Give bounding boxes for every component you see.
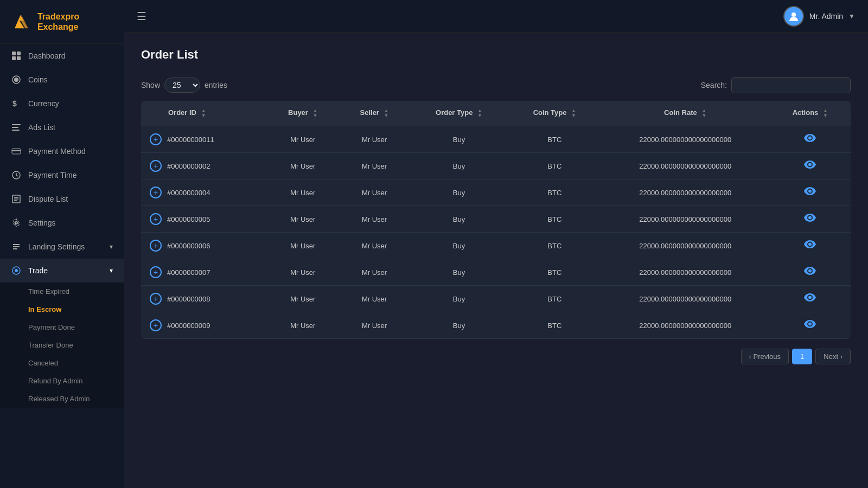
sub-item-payment-done[interactable]: Payment Done: [28, 318, 124, 336]
entries-label: entries: [205, 81, 227, 89]
seller-cell: Mr User: [339, 233, 410, 259]
seller-cell: Mr User: [339, 126, 410, 153]
table-row: + #0000000004 Mr User Mr User Buy BTC 22…: [141, 179, 851, 206]
page-1-button[interactable]: 1: [792, 349, 812, 364]
col-order-id[interactable]: Order ID ▲▼: [141, 101, 267, 126]
svg-rect-10: [12, 127, 18, 128]
sidebar-item-coins[interactable]: Coins: [0, 68, 124, 92]
col-order-type[interactable]: Order Type ▲▼: [410, 101, 508, 126]
table-row: + #0000000007 Mr User Mr User Buy BTC 22…: [141, 259, 851, 286]
expand-row-button[interactable]: +: [150, 240, 162, 252]
order-type-cell: Buy: [410, 206, 508, 233]
order-id-cell: #0000000005: [167, 215, 210, 223]
orders-table: Order ID ▲▼ Buyer ▲▼ Seller ▲▼ Order Typ…: [141, 101, 851, 339]
sub-item-released-by-admin[interactable]: Released By Admin: [28, 390, 124, 408]
order-type-cell: Buy: [410, 312, 508, 339]
sub-item-refund-by-admin[interactable]: Refund By Admin: [28, 372, 124, 390]
expand-row-button[interactable]: +: [150, 266, 162, 278]
expand-row-button[interactable]: +: [150, 293, 162, 305]
coin-type-cell: BTC: [508, 286, 601, 312]
sidebar-item-currency-label: Currency: [28, 99, 59, 108]
logo-text: Tradexpro Exchange: [37, 11, 113, 32]
expand-row-button[interactable]: +: [150, 187, 162, 198]
view-order-button[interactable]: [804, 293, 816, 304]
order-id-cell: #0000000002: [167, 162, 210, 170]
table-row: + #0000000008 Mr User Mr User Buy BTC 22…: [141, 286, 851, 312]
order-id-cell: #0000000006: [167, 242, 210, 250]
sidebar-item-landing-settings[interactable]: Landing Settings ▾: [0, 235, 124, 259]
view-order-button[interactable]: [804, 160, 816, 171]
table-row: + #0000000002 Mr User Mr User Buy BTC 22…: [141, 153, 851, 179]
buyer-cell: Mr User: [267, 286, 339, 312]
sidebar: Tradexpro Exchange Dashboard Coins $ Cur…: [0, 0, 124, 488]
sidebar-item-payment-time[interactable]: Payment Time: [0, 163, 124, 187]
col-actions[interactable]: Actions ▲▼: [769, 101, 851, 126]
buyer-cell: Mr User: [267, 259, 339, 286]
dashboard-icon: [11, 50, 22, 61]
expand-row-button[interactable]: +: [150, 133, 162, 145]
sidebar-item-dashboard[interactable]: Dashboard: [0, 44, 124, 68]
coin-rate-cell: 22000.000000000000000000: [601, 153, 769, 179]
expand-row-button[interactable]: +: [150, 160, 162, 172]
svg-point-22: [15, 269, 18, 272]
view-order-button[interactable]: [804, 320, 816, 331]
coin-type-cell: BTC: [508, 126, 601, 153]
hamburger-menu-button[interactable]: ☰: [137, 10, 146, 23]
sub-item-time-expired[interactable]: Time Expired: [28, 282, 124, 300]
col-coin-type[interactable]: Coin Type ▲▼: [508, 101, 601, 126]
sidebar-item-payment-method[interactable]: Payment Method: [0, 139, 124, 163]
table-row: + #0000000009 Mr User Mr User Buy BTC 22…: [141, 312, 851, 339]
col-coin-rate[interactable]: Coin Rate ▲▼: [601, 101, 769, 126]
user-dropdown-arrow-icon: ▼: [848, 12, 855, 20]
sidebar-item-currency[interactable]: $ Currency: [0, 92, 124, 115]
previous-page-button[interactable]: ‹ Previous: [741, 349, 789, 364]
svg-rect-13: [12, 150, 21, 151]
user-area[interactable]: Mr. Admin ▼: [783, 6, 855, 27]
coin-rate-cell: 22000.000000000000000000: [601, 286, 769, 312]
seller-cell: Mr User: [339, 206, 410, 233]
expand-row-button[interactable]: +: [150, 213, 162, 225]
sidebar-item-settings[interactable]: Settings: [0, 211, 124, 235]
view-order-button[interactable]: [804, 214, 816, 224]
seller-cell: Mr User: [339, 259, 410, 286]
landing-settings-icon: [11, 241, 22, 252]
table-controls: Show 25 50 100 entries Search:: [141, 77, 851, 93]
sub-item-transfer-done[interactable]: Transfer Done: [28, 336, 124, 354]
order-type-cell: Buy: [410, 233, 508, 259]
entries-select[interactable]: 25 50 100: [164, 78, 200, 93]
sub-item-canceled[interactable]: Canceled: [28, 354, 124, 372]
svg-line-16: [16, 175, 18, 176]
currency-icon: $: [11, 98, 22, 109]
pagination: ‹ Previous 1 Next ›: [141, 349, 851, 364]
logo-icon: [11, 10, 32, 34]
sidebar-item-dispute-list[interactable]: Dispute List: [0, 187, 124, 211]
search-input[interactable]: [731, 77, 851, 93]
logo-area: Tradexpro Exchange: [0, 0, 124, 44]
table-row: + #00000000011 Mr User Mr User Buy BTC 2…: [141, 126, 851, 153]
coin-type-cell: BTC: [508, 206, 601, 233]
payment-method-icon: [11, 146, 22, 157]
coin-type-cell: BTC: [508, 233, 601, 259]
seller-cell: Mr User: [339, 179, 410, 206]
view-order-button[interactable]: [804, 134, 816, 145]
view-order-button[interactable]: [804, 267, 816, 278]
buyer-cell: Mr User: [267, 206, 339, 233]
expand-row-button[interactable]: +: [150, 319, 162, 331]
sidebar-item-ads-list[interactable]: Ads List: [0, 115, 124, 139]
view-order-button[interactable]: [804, 240, 816, 251]
col-buyer[interactable]: Buyer ▲▼: [267, 101, 339, 126]
col-seller[interactable]: Seller ▲▼: [339, 101, 410, 126]
sub-item-in-escrow[interactable]: In Escrow: [28, 300, 124, 318]
payment-time-icon: [11, 170, 22, 181]
sidebar-item-trade-label: Trade: [28, 266, 48, 275]
sidebar-item-trade[interactable]: Trade ▾: [0, 259, 124, 282]
next-page-button[interactable]: Next ›: [815, 349, 851, 364]
view-order-button[interactable]: [804, 187, 816, 198]
sidebar-item-settings-label: Settings: [28, 219, 56, 227]
page-title: Order List: [141, 48, 851, 62]
order-id-cell: #0000000004: [167, 189, 210, 197]
coin-type-sort-icon: ▲▼: [571, 108, 576, 118]
buyer-cell: Mr User: [267, 312, 339, 339]
ads-list-icon: [11, 122, 22, 133]
order-type-cell: Buy: [410, 286, 508, 312]
